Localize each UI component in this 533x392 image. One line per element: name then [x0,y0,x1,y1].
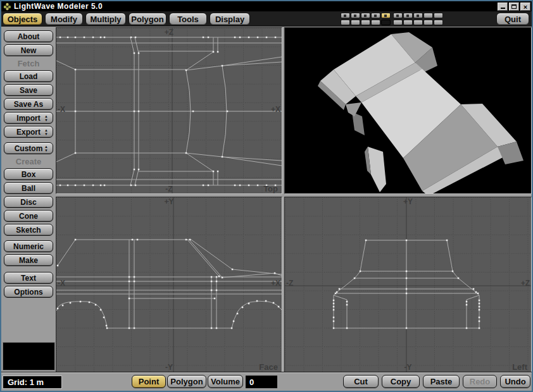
sidebar-item-save-as[interactable]: Save As [4,98,53,110]
face-view-wireframe [56,197,282,372]
object-slot[interactable] [371,20,380,25]
object-slot[interactable] [361,13,370,18]
perspective-preview [285,28,531,193]
sidebar-item-create-disabled: Create [16,156,41,166]
tab-polygon[interactable]: Polygon [129,13,166,25]
sidebar-item-import[interactable]: Import ▲▼ [4,112,53,124]
sidebar-item-custom-label: Custom [15,144,43,153]
titlebar: LightWave Modeler 5.0 [1,1,532,11]
object-slot[interactable] [423,13,433,18]
viewport-left[interactable]: +Y -Z +Z -Y Left [284,197,532,372]
menubar: Objects Modify Multiply Polygon Tools Di… [1,11,532,27]
object-slot-row-bottom [341,20,444,26]
left-view-wireframe [285,197,531,372]
redo-button: Redo [463,375,497,388]
sidebar-item-export[interactable]: Export ▲▼ [4,126,53,138]
sidebar-item-save[interactable]: Save [4,84,53,96]
sidebar-preview-box [3,342,55,371]
object-slot[interactable] [423,20,433,25]
object-slot[interactable] [341,13,350,18]
quit-button[interactable]: Quit [496,13,529,25]
sidebar-item-numeric[interactable]: Numeric [4,240,53,252]
sidebar-item-load[interactable]: Load [4,70,53,82]
sidebar-item-fetch-disabled: Fetch [18,58,40,68]
sidebar-item-disc[interactable]: Disc [4,196,53,208]
app-icon [3,3,11,11]
close-button[interactable] [520,3,530,11]
sidebar: About New Fetch Load Save Save As Import… [1,27,56,372]
object-slot[interactable] [413,13,423,18]
object-slot[interactable] [413,20,423,25]
object-slot-bank [341,13,444,27]
top-view-wireframe [56,28,282,193]
object-slot[interactable] [371,13,380,18]
object-slot[interactable] [341,20,350,25]
object-slot[interactable] [403,13,413,18]
close-icon [524,1,527,12]
object-slot[interactable] [434,20,443,25]
copy-button[interactable]: Copy [382,375,420,388]
mode-volume-button[interactable]: Volume [208,375,243,388]
maximize-icon [511,4,517,9]
sidebar-item-box[interactable]: Box [4,168,53,180]
dropdown-arrows-icon: ▲▼ [44,145,48,152]
object-slot-row-top [341,13,444,19]
tab-tools[interactable]: Tools [169,13,207,25]
maximize-button[interactable] [509,3,519,11]
tab-objects[interactable]: Objects [3,13,42,25]
dropdown-arrows-icon: ▲▼ [44,128,48,136]
sidebar-item-ball[interactable]: Ball [4,182,53,194]
viewport-perspective[interactable] [284,27,532,194]
dropdown-arrows-icon: ▲▼ [44,114,48,122]
viewport-face[interactable]: +Y -X +X -Y Face [56,197,282,372]
minimize-button[interactable] [498,3,508,11]
lightwave-modeler-window: LightWave Modeler 5.0 Objects Modify Mul… [0,0,533,392]
sidebar-item-about[interactable]: About [4,30,53,42]
object-slot[interactable] [351,13,360,18]
tab-display[interactable]: Display [210,13,250,25]
selection-count-display: 0 [246,376,277,388]
sidebar-item-options[interactable]: Options [4,286,53,298]
object-slot[interactable] [393,20,403,25]
mode-polygon-button[interactable]: Polygon [167,375,206,388]
menu-tabs: Objects Modify Multiply Polygon Tools Di… [3,13,250,25]
statusbar: Grid: 1 m Point Polygon Volume 0 Cut Cop… [1,372,532,391]
sidebar-item-new[interactable]: New [4,44,53,56]
sidebar-item-cone[interactable]: Cone [4,210,53,222]
sidebar-item-custom[interactable]: Custom ▲▼ [4,142,53,154]
paste-button[interactable]: Paste [423,375,460,388]
sidebar-item-sketch[interactable]: Sketch [4,224,53,236]
sidebar-item-make[interactable]: Make [4,254,53,266]
tab-multiply[interactable]: Multiply [85,13,126,25]
cut-button[interactable]: Cut [343,375,379,388]
edit-button-group: Cut Copy Paste Redo Undo [343,375,530,388]
minimize-icon [501,8,505,9]
viewport-top[interactable]: +Z -X +X -Z Top [56,27,282,194]
object-slot[interactable] [381,20,391,25]
selection-mode-group: Point Polygon Volume [132,375,243,388]
sidebar-item-export-label: Export [16,128,41,137]
tab-modify[interactable]: Modify [45,13,83,25]
object-slot[interactable] [403,20,413,25]
sidebar-item-text[interactable]: Text [4,272,53,284]
grid-size-display: Grid: 1 m [3,376,62,389]
sidebar-item-import-label: Import [16,114,40,123]
object-slot[interactable] [361,20,370,25]
viewport-area: +Z -X +X -Z Top [56,27,532,372]
object-slot[interactable] [434,13,443,18]
window-title: LightWave Modeler 5.0 [14,2,103,11]
undo-button[interactable]: Undo [500,375,530,388]
object-slot[interactable] [393,13,403,18]
mode-point-button[interactable]: Point [132,375,166,388]
object-slot[interactable] [351,20,360,25]
object-slot[interactable] [381,13,391,18]
